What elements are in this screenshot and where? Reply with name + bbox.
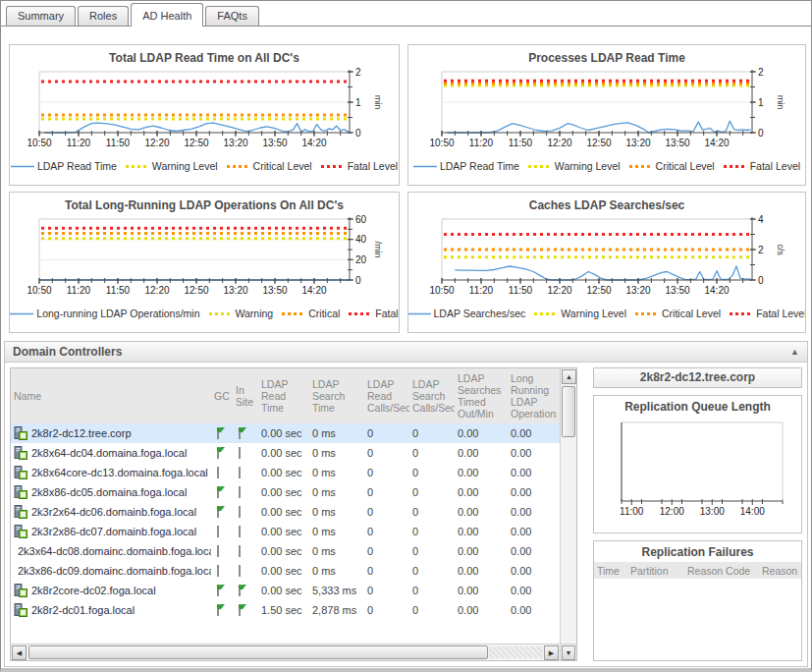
in-site-checkbox bbox=[239, 427, 241, 439]
dc-name-cell[interactable]: 2k3r2x64-dc06.domainb.foga.local bbox=[11, 505, 211, 519]
dc-name-cell[interactable]: 2k8r2-dc12.tree.corp bbox=[11, 426, 211, 440]
critical-level-swatch bbox=[227, 163, 250, 170]
horizontal-scroll-thumb[interactable] bbox=[28, 645, 488, 659]
dc-name[interactable]: 2k3r2x64-dc06.domainb.foga.local bbox=[31, 506, 196, 518]
table-row[interactable]: 2k8r2core-dc02.foga.local0.00 sec5,333 m… bbox=[11, 581, 560, 600]
in-site-checkbox bbox=[239, 486, 241, 498]
server-icon bbox=[14, 505, 27, 519]
collapse-arrow-icon[interactable]: ▲ bbox=[790, 347, 799, 357]
total-long-running-ldap-operations-on-all-dc-s-chart: Total Long-Running LDAP Operations On Al… bbox=[9, 192, 400, 333]
total-ldap-read-time-on-all-dc-s-chart: Total LDAP Read Time on All DC's10:5011:… bbox=[9, 44, 400, 186]
dc-name[interactable]: 2k8x64-dc04.domaina.foga.local bbox=[31, 447, 187, 459]
replication-queue-length-plot: 11:0012:0013:0014:00 bbox=[600, 415, 796, 527]
dc-name[interactable]: 2k3x86-dc09.domainc.domainb.foga.local bbox=[18, 565, 211, 577]
svg-text:13:20: 13:20 bbox=[223, 285, 247, 296]
table-row[interactable]: 2k3r2x86-dc07.domainb.foga.local0.00 sec… bbox=[11, 522, 560, 541]
dc-name-cell[interactable]: 2k3r2x86-dc07.domainb.foga.local bbox=[11, 525, 211, 538]
legend-item-warning-level: Warning Level bbox=[126, 160, 218, 172]
table-cell: 0.00 bbox=[508, 565, 557, 577]
tab-ad-health[interactable]: AD Health bbox=[131, 3, 203, 27]
ad-health-page: { "tabs": [ {"label": "Summary", "active… bbox=[0, 0, 812, 672]
dc-name-cell[interactable]: 2k8x64-dc04.domaina.foga.local bbox=[11, 446, 211, 460]
critical-swatch bbox=[282, 310, 305, 317]
failures-column-reason: Reason bbox=[759, 565, 802, 577]
legend-item-fatal: Fatal bbox=[349, 308, 398, 319]
legend-label: Critical Level bbox=[662, 308, 721, 319]
dc-name[interactable]: 2k8r2core-dc02.foga.local bbox=[31, 585, 156, 596]
table-row[interactable]: 2k8r2-dc12.tree.corp0.00 sec0 ms000.000.… bbox=[11, 423, 560, 443]
horizontal-scroll-track[interactable] bbox=[489, 646, 543, 658]
table-row[interactable]: 2k8r2-dc01.foga.local1.50 sec2,878 ms000… bbox=[11, 600, 560, 620]
table-cell bbox=[211, 467, 233, 478]
legend-label: Critical bbox=[308, 308, 340, 319]
server-icon bbox=[14, 603, 27, 617]
gc-checkbox bbox=[217, 427, 219, 439]
svg-text:min: min bbox=[373, 95, 383, 110]
table-row[interactable]: 2k8x64core-dc13.domaina.foga.local0.00 s… bbox=[11, 463, 560, 482]
svg-text:11:50: 11:50 bbox=[509, 285, 533, 296]
svg-text:/min: /min bbox=[373, 241, 383, 257]
table-cell: 0.00 bbox=[508, 447, 557, 459]
table-cell bbox=[211, 447, 233, 459]
dc-name[interactable]: 2k8x64core-dc13.domaina.foga.local bbox=[31, 467, 208, 478]
table-cell: 0.00 bbox=[455, 604, 508, 616]
scroll-up-button[interactable]: ▲ bbox=[562, 369, 576, 384]
dc-name-cell[interactable]: 2k8r2core-dc02.foga.local bbox=[11, 584, 211, 597]
dc-name-cell[interactable]: 2k3x86-dc09.domainc.domainb.foga.local bbox=[11, 564, 211, 578]
table-cell: 0.00 bbox=[508, 585, 557, 596]
in-site-checkbox bbox=[239, 506, 241, 518]
table-cell: 0.00 sec bbox=[258, 427, 309, 439]
tab-faqts[interactable]: FAQts bbox=[205, 6, 259, 26]
vertical-scroll-thumb[interactable] bbox=[562, 386, 575, 437]
column-header-name: Name bbox=[11, 388, 211, 404]
table-cell bbox=[233, 506, 258, 518]
table-cell: 0.00 sec bbox=[258, 526, 309, 537]
table-row[interactable]: 2k8x64-dc04.domaina.foga.local0.00 sec0 … bbox=[11, 443, 560, 463]
table-cell: 0 bbox=[409, 506, 455, 518]
dc-name[interactable]: 2k3x64-dc08.domainc.domainb.foga.local bbox=[18, 545, 211, 557]
dc-name[interactable]: 2k8x86-dc05.domaina.foga.local bbox=[31, 486, 187, 498]
svg-text:11:20: 11:20 bbox=[469, 285, 494, 296]
table-row[interactable]: 2k3x86-dc09.domainc.domainb.foga.local0.… bbox=[11, 561, 560, 581]
dc-name[interactable]: 2k3r2x86-dc07.domainb.foga.local bbox=[31, 526, 196, 537]
dc-name-cell[interactable]: 2k8x64core-dc13.domaina.foga.local bbox=[11, 466, 211, 479]
horizontal-scrollbar[interactable]: ◀ ▶ bbox=[11, 644, 560, 660]
gc-checkbox bbox=[217, 565, 219, 577]
dc-name[interactable]: 2k8r2-dc12.tree.corp bbox=[31, 427, 132, 439]
scroll-right-button[interactable]: ▶ bbox=[544, 645, 559, 660]
svg-text:11:20: 11:20 bbox=[67, 138, 91, 148]
legend-label: Warning Level bbox=[152, 160, 218, 172]
chart-legend: LDAP Searches/secWarning LevelCritical L… bbox=[408, 308, 805, 319]
server-icon bbox=[14, 485, 27, 499]
scroll-down-button[interactable]: ▼ bbox=[562, 645, 575, 660]
table-row[interactable]: 2k3x64-dc08.domainc.domainb.foga.local0.… bbox=[11, 541, 560, 561]
legend-item-critical-level: Critical Level bbox=[227, 160, 312, 172]
dc-name-cell[interactable]: 2k3x64-dc08.domainc.domainb.foga.local bbox=[11, 544, 211, 558]
table-row[interactable]: 2k3r2x64-dc06.domainb.foga.local0.00 sec… bbox=[11, 502, 560, 522]
table-cell: 0.00 bbox=[455, 467, 508, 478]
vertical-scrollbar[interactable]: ▲ bbox=[560, 368, 576, 644]
svg-text:14:00: 14:00 bbox=[739, 506, 764, 517]
tab-roles[interactable]: Roles bbox=[78, 6, 129, 26]
svg-text:0: 0 bbox=[758, 128, 764, 139]
legend-item-critical-level: Critical Level bbox=[635, 308, 721, 319]
table-cell: 0 bbox=[409, 467, 455, 478]
scroll-left-button[interactable]: ◀ bbox=[12, 645, 27, 660]
table-cell: 0.00 sec bbox=[258, 486, 309, 498]
gc-checkbox bbox=[217, 585, 219, 596]
svg-text:12:50: 12:50 bbox=[184, 138, 208, 148]
table-cell: 0.00 bbox=[508, 467, 557, 478]
table-cell: 0.00 sec bbox=[258, 447, 309, 459]
tab-summary[interactable]: Summary bbox=[6, 6, 76, 26]
table-row[interactable]: 2k8x86-dc05.domaina.foga.local0.00 sec0 … bbox=[11, 482, 560, 502]
legend-item-ldap-searches-sec: LDAP Searches/sec bbox=[407, 308, 525, 319]
table-cell: 0 ms bbox=[309, 526, 364, 537]
table-cell: 0.00 bbox=[455, 506, 508, 518]
table-cell bbox=[233, 486, 258, 498]
dc-name-cell[interactable]: 2k8r2-dc01.foga.local bbox=[11, 603, 211, 617]
gc-checkbox bbox=[217, 486, 219, 498]
dc-name[interactable]: 2k8r2-dc01.foga.local bbox=[31, 604, 135, 616]
table-cell: 0.00 bbox=[508, 604, 557, 616]
table-cell: 0 bbox=[409, 486, 455, 498]
dc-name-cell[interactable]: 2k8x86-dc05.domaina.foga.local bbox=[11, 485, 211, 499]
